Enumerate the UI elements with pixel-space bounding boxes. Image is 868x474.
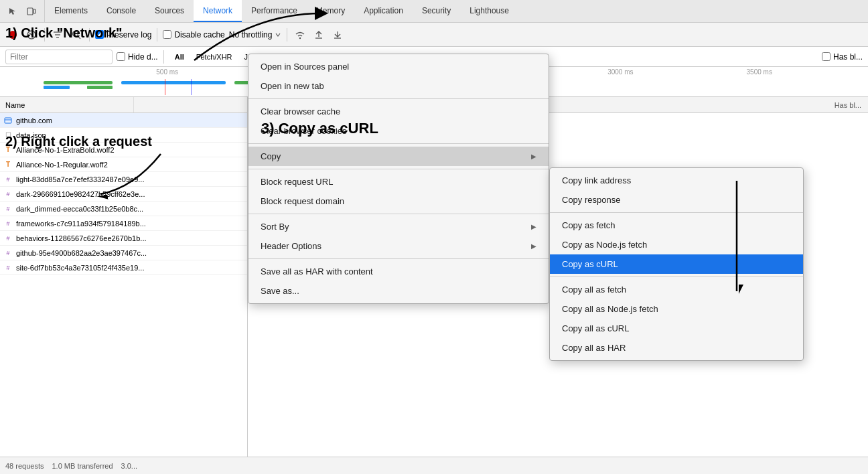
menu-item-save-as[interactable]: Save as... [248,281,549,301]
menu-item-copy-all-har[interactable]: Copy all as HAR [550,338,803,358]
svg-point-2 [9,31,17,39]
svg-line-9 [78,35,81,39]
menu-item-clear-cookies[interactable]: Clear browser cookies [248,121,549,141]
wifi-icon[interactable] [293,27,307,42]
separator3 [157,28,157,42]
filter-all[interactable]: All [169,52,190,62]
css7-name: site-6df7bb53c4a3e73105f24f435e19... [13,264,247,272]
github-name: github.com [13,116,247,125]
css1-name: light-83dd85a7ce7efef3332487e09e9... [13,175,247,183]
github-icon [3,115,13,126]
request-row-font2[interactable]: T Alliance-No-1-Regular.woff2 [0,157,247,172]
tab-memory[interactable]: Memory [307,0,354,22]
primary-context-menu: Open in Sources panel Open in new tab Cl… [248,54,549,304]
tl-label-3000: 3000 ms [607,68,633,76]
sep2 [248,143,549,144]
filter-sep [163,50,164,64]
sep3 [248,169,549,169]
request-row-css6[interactable]: # github-95e4900b682aa2e3ae397467c... [0,246,247,260]
request-row-data[interactable]: ☐ data.json [0,128,247,143]
sec-sep1 [550,212,803,213]
request-row-github[interactable]: github.com [0,113,247,128]
css3-name: dark_dimmed-eecca0c33f1b25e0b8c... [13,205,247,213]
menu-item-copy-link[interactable]: Copy link address [550,171,803,190]
secondary-context-menu: Copy link address Copy response Copy as … [549,167,804,361]
menu-item-block-url[interactable]: Block request URL [248,172,549,191]
status-resources: 3.0... [121,462,137,470]
tl-bar-small1 [44,86,70,89]
css6-name: github-95e4900b682aa2e3ae397467c... [13,249,247,257]
search-button[interactable] [69,27,84,42]
menu-item-sort-by[interactable]: Sort By ▶ [248,217,549,236]
request-row-css3[interactable]: # dark_dimmed-eecca0c33f1b25e0b8c... [0,202,247,216]
tab-console[interactable]: Console [97,0,145,22]
svg-rect-13 [5,118,11,123]
clear-button[interactable] [24,27,39,42]
css4-name: frameworks-c7c911a934f579184189b... [13,220,247,228]
sec-sep2 [550,276,803,277]
svg-line-4 [29,33,33,37]
filter-button[interactable] [50,27,65,42]
preserve-log-checkbox[interactable]: Preserve log [95,30,151,40]
font2-name: Alliance-No-1-Regular.woff2 [13,161,247,169]
download-button[interactable] [330,27,345,42]
filter-input[interactable] [5,50,113,64]
sep5 [248,258,549,259]
menu-item-copy-all-fetch[interactable]: Copy all as fetch [550,280,803,299]
has-blocked-checkbox[interactable]: Has bl... [822,52,863,62]
record-button[interactable] [5,27,20,42]
tab-network[interactable]: Network [194,0,242,22]
disable-cache-checkbox[interactable]: Disable cache [163,30,224,40]
tab-sources[interactable]: Sources [145,0,194,22]
request-row-css5[interactable]: # behaviors-11286567c6276ee2670b1b... [0,231,247,246]
css6-icon: # [3,248,13,258]
tab-lighthouse[interactable]: Lighthouse [460,0,518,22]
menu-item-header-options[interactable]: Header Options ▶ [248,236,549,256]
sep4 [248,214,549,214]
svg-rect-0 [27,8,33,15]
throttle-select[interactable]: No throttling [229,30,282,40]
tl-vline-red [165,79,165,95]
request-items: github.com ☐ data.json T Alliance-No-1-E… [0,113,247,457]
tl-bar-small2 [87,86,113,89]
menu-item-open-sources[interactable]: Open in Sources panel [248,57,549,76]
font1-icon: T [3,145,13,155]
menu-item-open-tab[interactable]: Open in new tab [248,76,549,96]
svg-point-8 [73,31,78,36]
request-row-css7[interactable]: # site-6df7bb53c4a3e73105f24f435e19... [0,260,247,275]
hide-data-urls-checkbox[interactable]: Hide d... [117,52,158,62]
tab-performance[interactable]: Performance [242,0,307,22]
data-json-name: data.json [13,131,247,139]
css7-icon: # [3,262,13,273]
css2-name: dark-296669110e982427b59cff62e3e... [13,190,247,198]
menu-item-copy[interactable]: Copy ▶ [248,147,549,166]
tab-application[interactable]: Application [354,0,413,22]
menu-item-block-domain[interactable]: Block request domain [248,191,549,211]
css3-icon: # [3,204,13,214]
menu-item-copy-response[interactable]: Copy response [550,190,803,210]
device-icon[interactable] [24,4,39,19]
cursor-icon[interactable] [5,4,20,19]
menu-item-copy-nodejs-fetch[interactable]: Copy as Node.js fetch [550,235,803,254]
col-header-name[interactable]: Name [0,97,134,112]
request-row-css4[interactable]: # frameworks-c7c911a934f579184189b... [0,216,247,231]
css5-name: behaviors-11286567c6276ee2670b1b... [13,234,247,242]
css1-icon: # [3,174,13,185]
menu-item-save-har[interactable]: Save all as HAR with content [248,262,549,281]
request-row-css1[interactable]: # light-83dd85a7ce7efef3332487e09e9... [0,172,247,187]
request-row-font1[interactable]: T Alliance-No-1-ExtraBold.woff2 [0,143,247,157]
status-transferred: 1.0 MB transferred [52,462,113,470]
separator [44,28,45,42]
menu-item-clear-cache[interactable]: Clear browser cache [248,102,549,121]
request-row-css2[interactable]: # dark-296669110e982427b59cff62e3e... [0,187,247,202]
tl-label-3500: 3500 ms [747,68,772,76]
menu-item-copy-curl[interactable]: Copy as cURL [550,254,803,274]
menu-item-copy-all-curl[interactable]: Copy all as cURL [550,319,803,338]
tab-elements[interactable]: Elements [45,0,97,22]
tab-security[interactable]: Security [413,0,460,22]
json-icon: ☐ [3,130,13,141]
upload-button[interactable] [311,27,326,42]
menu-item-copy-all-nodejs-fetch[interactable]: Copy all as Node.js fetch [550,299,803,319]
menu-item-copy-fetch[interactable]: Copy as fetch [550,216,803,235]
filter-fetch[interactable]: Fetch/XHR [191,52,238,62]
